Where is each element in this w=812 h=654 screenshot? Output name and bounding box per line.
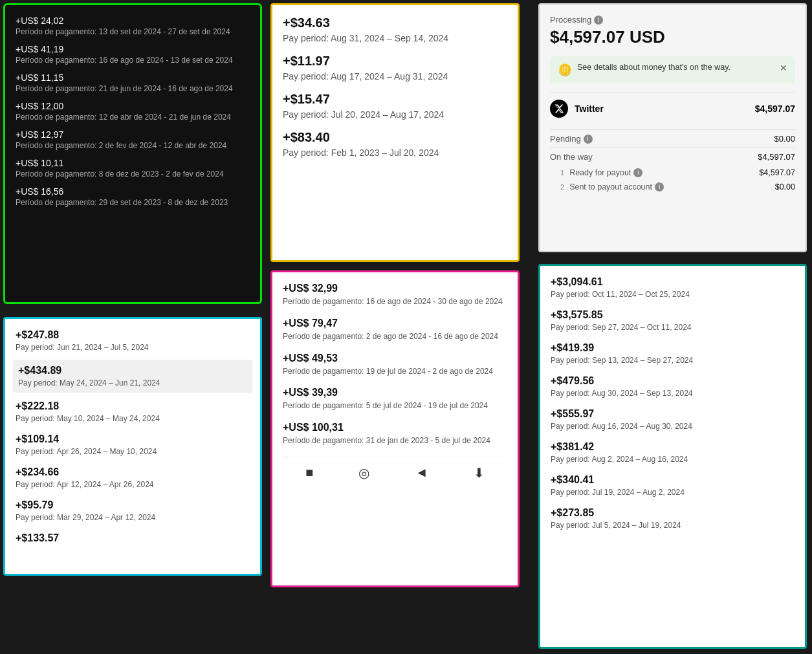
sent-to-payout-row: 2 Sent to payout account i $0.00 [550,180,795,194]
list-item: +US$ 10,11Período de pagamento: 8 de dez… [16,158,250,179]
list-item: +$434.89Pay period: May 24, 2024 – Jun 2… [13,360,252,393]
list-item: +$34.63Pay period: Aug 31, 2024 – Sep 14… [283,16,507,43]
list-item: +$83.40Pay period: Feb 1, 2023 – Jul 20,… [283,130,507,158]
list-item: +$419.39Pay period: Sep 13, 2024 – Sep 2… [551,342,795,365]
list-item: +$234.66Pay period: Apr 12, 2024 – Apr 2… [16,466,250,489]
nav-icon[interactable]: ◄ [415,465,428,480]
nav-icon[interactable]: ⬇ [474,465,485,481]
list-item: +US$ 12,97Período de pagamento: 2 de fev… [16,129,250,150]
panel-yellow: +$34.63Pay period: Aug 31, 2024 – Sep 14… [270,3,520,262]
nav-icon[interactable]: ■ [305,465,313,480]
info-icon: i [633,168,642,177]
list-item: +US$ 41,19Período de pagamento: 16 de ag… [16,44,250,65]
list-item: +$109.14Pay period: Apr 26, 2024 – May 1… [16,433,250,456]
list-item: +US$ 39,39Período de pagamento: 5 de jul… [283,387,507,411]
list-item: +US$ 79,47Período de pagamento: 2 de ago… [283,318,507,342]
info-icon: i [655,182,664,191]
list-item: +US$ 11,15Período de pagamento: 21 de ju… [16,72,250,93]
list-item: +$133.57 [16,532,250,544]
info-icon: i [594,16,603,25]
list-item: +US$ 12,00Período de pagamento: 12 de ab… [16,101,250,122]
processing-amount: $4,597.07 USD [550,27,795,47]
list-item: +$381.42Pay period: Aug 2, 2024 – Aug 16… [551,441,795,464]
list-item: +$555.97Pay period: Aug 16, 2024 – Aug 3… [551,408,795,431]
list-item: +US$ 49,53Período de pagamento: 19 de ju… [283,353,507,377]
money-icon: 🪙 [558,63,572,77]
list-item: +$247.88Pay period: Jun 21, 2024 – Jul 5… [16,329,250,352]
list-item: +$3,094.61Pay period: Oct 11, 2024 – Oct… [551,276,795,299]
panel-cyan: +$247.88Pay period: Jun 21, 2024 – Jul 5… [3,317,262,576]
close-icon[interactable]: ✕ [780,63,787,73]
panel-pink: +US$ 32,99Período de pagamento: 16 de ag… [270,270,520,587]
ready-for-payout-row: 1 Ready for payout i $4,597.07 [550,166,795,180]
list-item: +US$ 16,56Período de pagamento: 29 de se… [16,186,250,207]
pending-row: Pending i $0.00 [550,129,795,147]
list-item: +$479.56Pay period: Aug 30, 2024 – Sep 1… [551,375,795,398]
panel-teal: +$3,094.61Pay period: Oct 11, 2024 – Oct… [538,264,807,649]
twitter-row: Twitter $4,597.07 [550,93,795,124]
bottom-nav: ■◎◄⬇ [283,457,507,483]
nav-icon[interactable]: ◎ [358,465,369,481]
banner-text: See details about money that's on the wa… [577,63,774,72]
list-item: +$273.85Pay period: Jul 5, 2024 – Jul 19… [551,507,795,530]
list-item: +$340.41Pay period: Jul 19, 2024 – Aug 2… [551,474,795,497]
list-item: +$11.97Pay period: Aug 17, 2024 – Aug 31… [283,54,507,82]
list-item: +$222.18Pay period: May 10, 2024 – May 2… [16,400,250,423]
panel-gray: Processing i $4,597.07 USD 🪙 See details… [538,3,807,252]
twitter-name: Twitter [575,104,604,114]
panel-green: +US$ 24,02Período de pagamento: 13 de se… [3,3,262,304]
list-item: +US$ 100,31Período de pagamento: 31 de j… [283,422,507,446]
twitter-amount: $4,597.07 [755,104,795,114]
list-item: +$3,575.85Pay period: Sep 27, 2024 – Oct… [551,309,795,332]
processing-status: Processing i [550,15,795,25]
list-item: +$95.79Pay period: Mar 29, 2024 – Apr 12… [16,499,250,522]
on-the-way-row: On the way $4,597.07 [550,147,795,166]
list-item: +US$ 24,02Período de pagamento: 13 de se… [16,16,250,36]
list-item: +$15.47Pay period: Jul 20, 2024 – Aug 17… [283,92,507,120]
list-item: +US$ 32,99Período de pagamento: 16 de ag… [283,283,507,307]
pink-content: +US$ 32,99Período de pagamento: 16 de ag… [283,283,507,446]
twitter-logo [550,100,568,118]
info-banner: 🪙 See details about money that's on the … [550,56,795,83]
info-icon: i [584,135,593,144]
